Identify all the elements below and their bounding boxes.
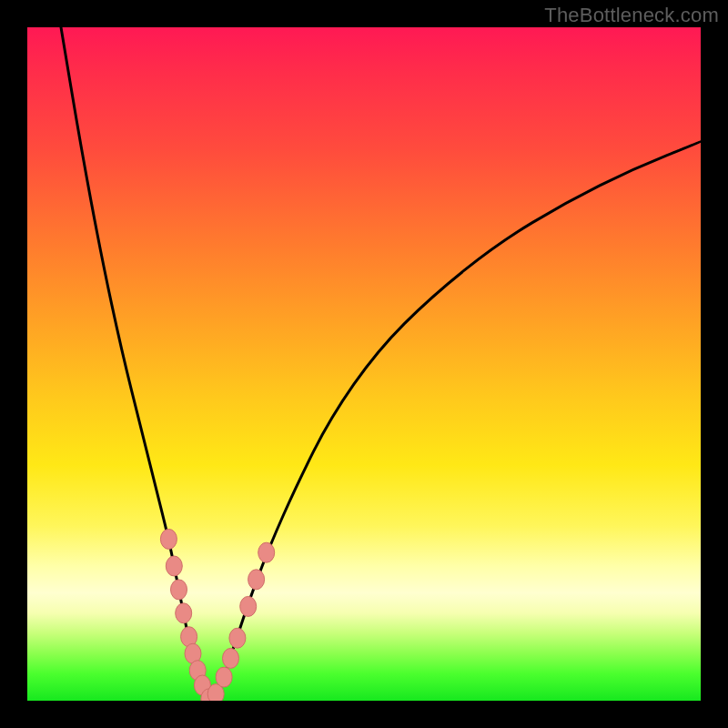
curve-marker (248, 570, 265, 590)
plot-area (27, 27, 701, 701)
curve-marker (176, 603, 192, 623)
curve-marker (160, 529, 177, 549)
curve-marker (166, 556, 182, 576)
bottleneck-curve-path (61, 27, 701, 699)
curve-marker (216, 667, 232, 687)
curve-marker (258, 542, 275, 562)
curve-marker (171, 580, 187, 600)
curve-svg (27, 27, 701, 701)
curve-marker (229, 628, 246, 648)
marker-cluster (160, 529, 274, 701)
curve-marker (240, 596, 257, 616)
bottleneck-curve (61, 27, 701, 699)
chart-frame: TheBottleneck.com (0, 0, 728, 728)
watermark-text: TheBottleneck.com (544, 4, 719, 27)
curve-marker (223, 648, 239, 668)
